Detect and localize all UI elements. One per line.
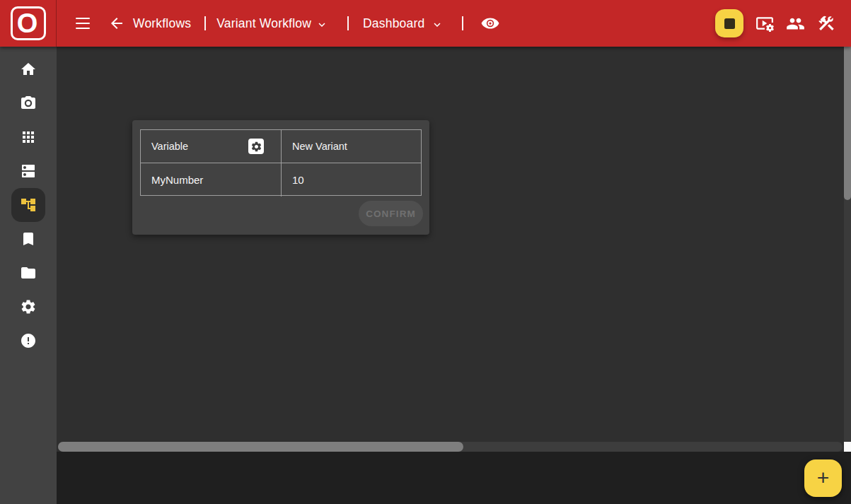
topbar-divider: | <box>462 16 463 30</box>
sidebar-item-dns[interactable] <box>11 154 45 188</box>
topbar-right-actions <box>715 0 835 47</box>
breadcrumb-workflows[interactable]: Workflows <box>133 16 191 31</box>
table-cell-variable-name: MyNumber <box>141 163 282 197</box>
variant-table: Variable New Variant MyNumber 10 <box>140 129 422 196</box>
table-header-new-variant: New Variant <box>282 130 422 163</box>
variant-card: Variable New Variant MyNumber 10 CONFIRM <box>132 120 429 235</box>
error-exclamation-icon <box>20 332 37 349</box>
workflow-selector[interactable]: Variant Workflow <box>216 16 311 31</box>
sidebar-item-folder[interactable] <box>11 256 45 290</box>
table-cell-variant-value[interactable]: 10 <box>282 163 422 197</box>
camera-icon <box>20 95 37 112</box>
app-logo-letter: O <box>17 10 38 37</box>
workflow-canvas[interactable]: Variable New Variant MyNumber 10 CONFIRM… <box>57 47 851 504</box>
sidebar-item-camera[interactable] <box>11 86 45 120</box>
horizontal-scrollbar-track[interactable] <box>58 442 843 452</box>
users-icon[interactable] <box>786 14 805 33</box>
horizontal-scrollbar-thumb[interactable] <box>58 442 463 452</box>
table-header-label: Variable <box>151 141 188 152</box>
dashboard-selector[interactable]: Dashboard <box>363 16 424 31</box>
sidebar-item-settings[interactable] <box>11 290 45 324</box>
sidebar-item-apps[interactable] <box>11 120 45 154</box>
scrollbar-corner <box>844 442 851 452</box>
topbar-divider: | <box>347 16 349 30</box>
app-logo[interactable]: O <box>11 6 46 40</box>
sidebar-item-workflows-active[interactable] <box>11 188 45 222</box>
stop-square-icon <box>724 18 735 29</box>
bookmark-icon <box>20 230 37 247</box>
stop-recording-button[interactable] <box>715 9 743 37</box>
settings-square-icon[interactable] <box>248 139 264 154</box>
top-app-bar: O Workflows | Variant Workflow | Dashboa… <box>0 0 851 47</box>
chevron-down-icon[interactable] <box>315 18 328 31</box>
sidebar-item-bookmark[interactable] <box>11 222 45 256</box>
vertical-scrollbar-thumb[interactable] <box>844 47 851 200</box>
video-settings-icon[interactable] <box>756 14 774 33</box>
back-arrow-icon[interactable] <box>108 15 125 32</box>
dns-servers-icon <box>20 163 37 180</box>
confirm-button[interactable]: CONFIRM <box>359 201 423 226</box>
plus-icon: + <box>817 467 830 488</box>
menu-hamburger-icon[interactable] <box>76 18 90 30</box>
app-logo-zone: O <box>0 0 57 47</box>
add-button[interactable]: + <box>804 459 842 497</box>
left-sidebar <box>0 47 57 504</box>
chevron-down-icon[interactable] <box>431 18 444 31</box>
sidebar-item-alerts[interactable] <box>11 324 45 358</box>
table-header-variable: Variable <box>141 130 282 163</box>
vertical-scrollbar-track[interactable] <box>844 47 851 442</box>
workflow-tree-icon <box>20 197 37 213</box>
topbar-divider: | <box>204 16 206 30</box>
tools-icon[interactable] <box>817 14 835 33</box>
apps-grid-icon <box>20 129 37 146</box>
home-icon <box>20 61 37 78</box>
preview-eye-icon[interactable] <box>481 14 499 33</box>
folder-icon <box>20 264 37 281</box>
gear-icon <box>20 298 37 315</box>
sidebar-item-home[interactable] <box>11 52 45 86</box>
bottom-panel: + <box>57 452 851 504</box>
